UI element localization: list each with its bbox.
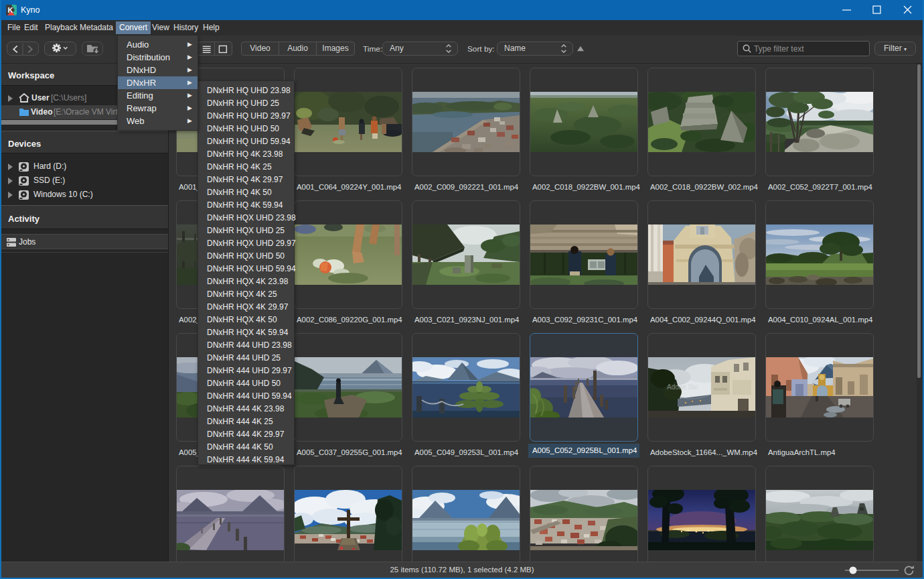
svg-text:K: K <box>8 6 13 14</box>
svg-text:Adobe Sto: Adobe Sto <box>667 383 698 391</box>
